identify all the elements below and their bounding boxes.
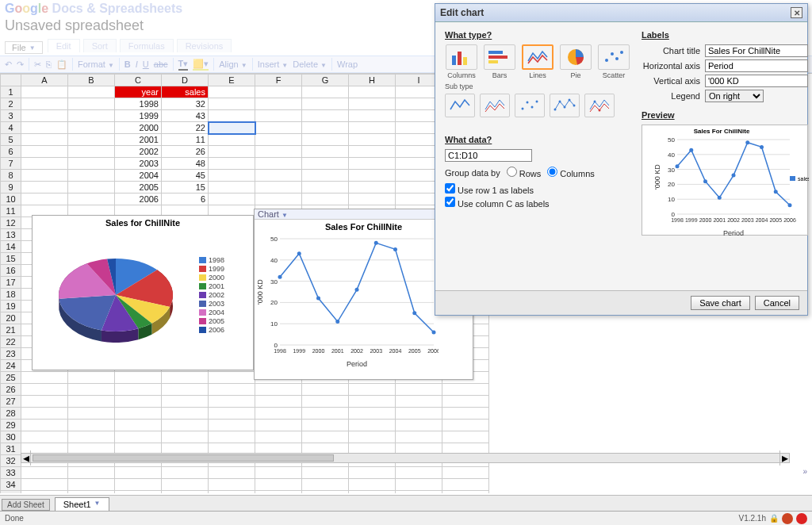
svg-text:2002: 2002	[350, 348, 363, 354]
svg-point-50	[569, 99, 571, 102]
svg-text:Sales For ChillNite: Sales For ChillNite	[694, 128, 750, 135]
group-cols-radio[interactable]: Columns	[547, 167, 594, 178]
tab-sort[interactable]: Sort	[83, 39, 117, 52]
svg-point-43	[522, 108, 524, 110]
group-rows-radio[interactable]: Rows	[507, 167, 542, 178]
paste-icon[interactable]: 📋	[56, 59, 67, 70]
svg-text:sales: sales	[798, 176, 809, 182]
type-pie[interactable]: Pie	[559, 44, 592, 79]
tab-revisions[interactable]: Revisions	[177, 39, 232, 52]
version-label: V1.2.1h	[739, 514, 766, 523]
svg-point-16	[355, 288, 359, 292]
subtype-icon-3[interactable]	[515, 94, 545, 117]
svg-point-69	[703, 179, 707, 183]
scroll-right-more[interactable]: »	[802, 467, 807, 476]
svg-text:2004: 2004	[389, 348, 402, 354]
subtype-icon-2[interactable]	[480, 94, 510, 117]
type-bars[interactable]: Bars	[483, 44, 516, 79]
svg-text:2005: 2005	[769, 217, 782, 223]
svg-point-12	[278, 275, 282, 279]
format-menu[interactable]: Format ▼	[78, 59, 114, 69]
svg-text:10: 10	[270, 320, 278, 328]
cut-icon[interactable]: ✂	[34, 59, 41, 70]
chart-title-input[interactable]	[705, 44, 808, 57]
italic-button[interactable]: I	[136, 59, 138, 69]
close-icon[interactable]: ✕	[791, 7, 802, 18]
fill-color-icon[interactable]: 🟨▾	[193, 59, 209, 71]
undo-icon[interactable]: ↶	[5, 59, 12, 70]
subtype-icon-5[interactable]	[584, 94, 615, 117]
svg-rect-33	[458, 52, 462, 65]
redo-icon[interactable]: ↷	[17, 59, 24, 70]
wrap-button[interactable]: Wrap	[337, 59, 358, 69]
align-menu[interactable]: Align ▼	[219, 59, 247, 69]
svg-text:30: 30	[270, 278, 278, 285]
data-range-input[interactable]	[445, 149, 532, 162]
haxis-input[interactable]	[705, 59, 808, 72]
svg-text:2000: 2000	[699, 217, 712, 223]
legend-pos-select[interactable]: On right	[705, 90, 764, 102]
svg-rect-34	[463, 57, 467, 65]
svg-point-45	[531, 106, 534, 109]
lock-icon: 🔒	[769, 514, 779, 523]
svg-text:'000 KD: '000 KD	[653, 164, 661, 190]
chart-title-label: Chart title	[642, 46, 700, 56]
svg-text:Period: Period	[347, 360, 367, 368]
copy-icon[interactable]: ⎘	[46, 59, 52, 69]
svg-point-74	[774, 190, 778, 194]
file-menu[interactable]: File▼	[5, 41, 43, 54]
svg-text:1998: 1998	[671, 217, 684, 223]
line-chart-svg: 0102030405019981999200020012002200320042…	[255, 234, 439, 369]
delete-menu[interactable]: Delete ▼	[293, 59, 327, 69]
add-sheet-button[interactable]: Add Sheet	[2, 499, 50, 511]
type-lines[interactable]: Lines	[521, 44, 554, 79]
chart-menu[interactable]: Chart ▼	[258, 209, 288, 219]
svg-point-53	[599, 109, 601, 112]
type-scatter[interactable]: Scatter	[597, 44, 630, 79]
underline-button[interactable]: U	[143, 59, 149, 69]
svg-text:2004: 2004	[756, 217, 768, 223]
svg-point-42	[620, 51, 623, 54]
use-row1-checkbox[interactable]: Use row 1 as labels	[445, 186, 534, 195]
bold-button[interactable]: B	[124, 59, 131, 69]
svg-text:1999: 1999	[685, 217, 698, 223]
preview-heading: Preview	[642, 110, 808, 120]
text-color-icon[interactable]: T▾	[178, 59, 189, 71]
pie-chart[interactable]: Sales for ChillNite 19981999200020012002…	[32, 215, 254, 370]
svg-point-48	[559, 101, 561, 103]
save-chart-button[interactable]: Save chart	[691, 296, 750, 310]
tab-edit[interactable]: Edit	[48, 39, 80, 52]
preview-chart: Sales For ChillNite010203040501998199920…	[642, 125, 808, 236]
svg-point-46	[536, 101, 538, 103]
svg-text:Period: Period	[723, 229, 744, 236]
svg-text:30: 30	[668, 167, 675, 174]
sheet-tab[interactable]: Sheet1▼	[55, 497, 109, 511]
strike-button[interactable]: abc	[154, 59, 168, 69]
status-bar: Done V1.2.1h 🔒	[0, 511, 812, 525]
svg-point-49	[564, 106, 566, 109]
svg-point-47	[554, 109, 557, 111]
svg-text:2003: 2003	[370, 348, 382, 354]
pie-legend: 199819992000200120022003200420052006	[199, 256, 224, 334]
tabs: Edit Sort Formulas Revisions	[48, 39, 232, 52]
cancel-button[interactable]: Cancel	[755, 296, 799, 310]
svg-text:2006: 2006	[427, 348, 439, 354]
svg-text:2001: 2001	[331, 348, 344, 354]
what-type-heading: What type?	[445, 30, 630, 40]
svg-point-73	[760, 145, 764, 149]
vaxis-input[interactable]	[705, 75, 808, 87]
dialog-title: Edit chart	[440, 7, 484, 18]
horizontal-scrollbar[interactable]: ◂ ▸	[21, 453, 790, 463]
svg-point-70	[718, 196, 722, 200]
use-colC-checkbox[interactable]: Use column C as labels	[445, 199, 550, 209]
tab-formulas[interactable]: Formulas	[120, 39, 174, 52]
what-data-heading: What data?	[445, 135, 630, 144]
subtype-icon-4[interactable]	[550, 94, 580, 117]
svg-point-71	[732, 174, 736, 178]
type-columns[interactable]: Columns	[445, 44, 478, 79]
subtype-icon-1[interactable]	[445, 94, 475, 117]
vaxis-label: Vertical axis	[642, 76, 700, 86]
labels-heading: Labels	[642, 30, 808, 40]
insert-menu[interactable]: Insert ▼	[258, 59, 289, 69]
svg-text:40: 40	[668, 151, 675, 159]
